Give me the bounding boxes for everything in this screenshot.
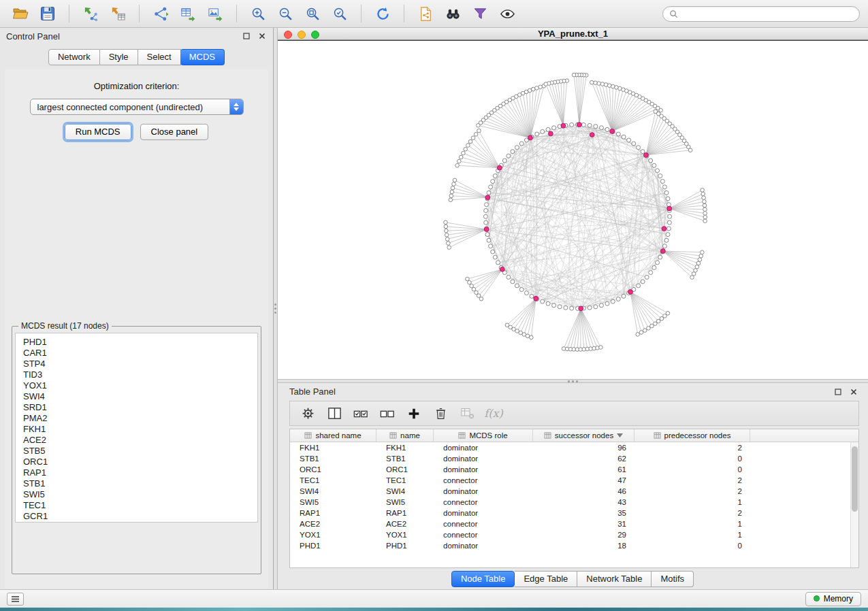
table-row[interactable]: RAP1RAP1dominator352 [290,508,850,518]
column-header-name[interactable]: name [376,429,434,442]
export-image-button[interactable] [203,3,227,24]
table-row[interactable]: PHD1PHD1dominator180 [290,540,850,551]
mcds-result-item[interactable]: TID3 [23,369,257,380]
global-search-field[interactable] [662,6,860,22]
open-folder-icon [12,6,29,21]
mcds-result-item[interactable]: TEC1 [23,500,257,511]
mcds-result-item[interactable]: YOX1 [23,380,257,391]
table-row[interactable]: STB1STB1dominator620 [290,453,850,464]
mcds-result-item[interactable]: FKH1 [23,424,257,435]
mcds-result-item[interactable]: STB5 [23,446,257,457]
create-column-button[interactable] [403,404,425,423]
close-table-panel-button[interactable] [849,387,858,397]
mcds-result-item[interactable]: GCR1 [23,511,257,522]
network-canvas[interactable] [278,40,868,379]
column-header-shared-name[interactable]: shared name [290,429,376,442]
table-scrollbar[interactable] [850,442,858,567]
mcds-result-item[interactable]: RAP1 [23,467,257,478]
tab-edge-table[interactable]: Edge Table [515,571,577,587]
control-panel-titlebar: Control Panel [0,28,273,44]
right-side: YPA_prune.txt_1 Table Panel [278,28,868,589]
mcds-result-item[interactable]: ORC1 [23,457,257,467]
table-toolbar: f(x) [289,401,859,426]
list-menu-icon [11,595,20,603]
table-row[interactable]: ACE2ACE2connector311 [290,518,850,529]
save-session-button[interactable] [35,3,60,24]
export-network-button[interactable] [148,3,173,24]
sort-dropdown-icon [617,433,623,437]
status-menu-button[interactable] [7,593,24,606]
mcds-result-item[interactable]: ACE2 [23,435,257,446]
tab-select[interactable]: Select [138,49,181,65]
window-close-light[interactable] [284,31,292,39]
fit-content-button[interactable] [300,3,325,24]
save-disk-icon [40,6,55,21]
import-table-button[interactable] [106,3,130,24]
zoom-out-button[interactable] [273,3,298,24]
horizontal-splitter[interactable] [278,379,868,383]
close-icon [850,389,857,395]
mcds-result-list[interactable]: PHD1CAR1STP4TID3YOX1SWI4SRD1PMA2FKH1ACE2… [15,333,258,523]
column-header-predecessor-nodes[interactable]: predecessor nodes [634,429,750,442]
mcds-result-item[interactable]: STP4 [23,359,257,369]
delete-table-button-disabled[interactable] [456,404,478,423]
import-network-button[interactable] [78,3,103,24]
tab-network[interactable]: Network [48,49,100,65]
float-panel-button[interactable] [242,31,251,41]
binoculars-icon [445,6,461,22]
memory-button[interactable]: Memory [805,592,861,606]
run-mcds-button[interactable]: Run MCDS [65,124,131,140]
zoom-out-icon [278,6,293,22]
window-maximize-light[interactable] [311,31,319,39]
float-table-panel-button[interactable] [833,387,843,397]
table-row[interactable]: SWI4SWI4dominator462 [290,486,850,497]
close-panel-button[interactable] [257,31,267,41]
scrollbar-thumb[interactable] [852,446,858,512]
zoom-in-button[interactable] [246,3,270,24]
column-header-mcds-role[interactable]: MCDS role [434,429,533,442]
show-columns-button[interactable] [323,404,345,423]
export-document-button[interactable] [413,3,438,24]
mcds-result-title: MCDS result (17 nodes) [18,321,112,331]
tab-node-table[interactable]: Node Table [451,571,515,587]
mcds-result-item[interactable]: STB1 [23,478,257,489]
table-settings-button[interactable] [297,404,319,423]
function-builder-button[interactable]: f(x) [483,404,504,423]
mcds-result-item[interactable]: PMA2 [23,413,257,424]
export-table-button[interactable] [176,3,200,24]
table-row[interactable]: TEC1TEC1connector472 [290,475,850,486]
mcds-result-item[interactable]: CAR1 [23,348,257,359]
table-row[interactable]: ORC1ORC1dominator610 [290,464,850,475]
mcds-result-item[interactable]: SWI4 [23,391,257,402]
apply-layout-button[interactable] [370,3,395,24]
show-hide-button[interactable] [495,3,519,24]
tab-mcds[interactable]: MCDS [180,49,225,65]
unselect-all-columns-button[interactable] [376,404,398,423]
mcds-result-item[interactable]: SRD1 [23,402,257,413]
table-row[interactable]: SWI5SWI5connector431 [290,497,850,508]
filter-button[interactable] [468,3,492,24]
mcds-result-item[interactable]: PHD1 [23,337,257,348]
table-row[interactable]: FKH1FKH1dominator962 [290,442,850,453]
tab-network-table[interactable]: Network Table [577,571,652,587]
criterion-dropdown[interactable]: largest connected component (undirected) [30,99,244,115]
search-network-button[interactable] [440,3,465,24]
zoom-selected-button[interactable] [327,3,352,24]
tab-style[interactable]: Style [100,49,138,65]
select-all-columns-button[interactable] [350,404,372,423]
column-icon [654,432,661,439]
node-table-body[interactable]: FKH1FKH1dominator962STB1STB1dominator620… [290,442,858,567]
search-input[interactable] [682,9,853,18]
mcds-result-item[interactable]: SWI5 [23,489,257,500]
column-header-successor-nodes[interactable]: successor nodes [533,429,634,442]
dropdown-stepper-icon [229,99,243,114]
control-panel-title: Control Panel [6,31,60,42]
window-minimize-light[interactable] [298,31,306,39]
network-title: YPA_prune.txt_1 [538,29,608,39]
table-tabs-bar: Node Table Edge Table Network Table Moti… [278,568,868,589]
tab-motifs[interactable]: Motifs [652,571,694,587]
open-session-button[interactable] [8,3,33,24]
delete-column-button[interactable] [430,404,451,423]
table-row[interactable]: YOX1YOX1connector291 [290,529,850,540]
close-panel-action-button[interactable]: Close panel [140,124,209,140]
